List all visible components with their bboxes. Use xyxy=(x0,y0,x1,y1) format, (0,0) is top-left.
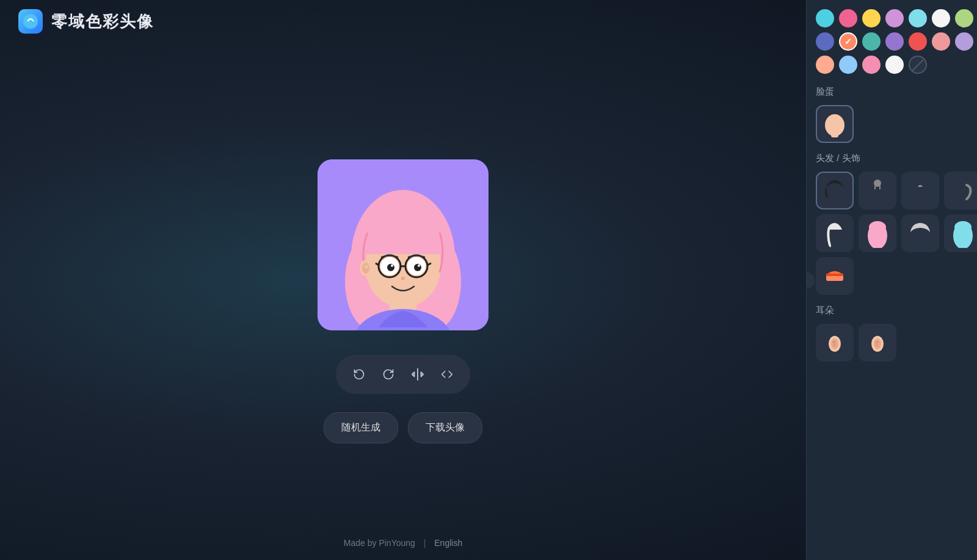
hair-item-9[interactable] xyxy=(816,257,854,295)
ear-section-title: 耳朵 xyxy=(816,305,968,316)
hair-item-3[interactable] xyxy=(901,172,939,209)
svg-rect-24 xyxy=(831,133,838,137)
color-dot-0[interactable] xyxy=(816,9,834,27)
hair-items-grid xyxy=(816,172,968,295)
ear-items-grid: T T xyxy=(816,324,968,362)
color-dot-9[interactable] xyxy=(862,32,881,51)
action-toolbar xyxy=(336,355,470,394)
code-button[interactable] xyxy=(434,361,460,388)
right-panel: › 脸蛋 头发 / 头饰 xyxy=(806,0,977,560)
color-dot-11[interactable] xyxy=(909,32,927,51)
color-dot-18[interactable] xyxy=(909,56,927,74)
svg-text:T: T xyxy=(832,341,836,347)
download-button[interactable]: 下载头像 xyxy=(408,412,482,443)
svg-point-20 xyxy=(391,264,393,267)
face-item-1[interactable] xyxy=(816,105,854,143)
svg-point-0 xyxy=(23,14,38,29)
svg-point-18 xyxy=(387,264,394,271)
main-content: 随机生成 下载头像 xyxy=(0,43,806,560)
undo-button[interactable] xyxy=(346,361,372,388)
app-title: 零域色彩头像 xyxy=(51,11,154,32)
expand-panel-button[interactable]: › xyxy=(806,272,815,289)
footer-divider: | xyxy=(424,538,426,548)
color-dot-14[interactable] xyxy=(816,56,834,74)
hair-item-8[interactable] xyxy=(944,214,977,252)
color-dot-3[interactable] xyxy=(885,9,904,27)
svg-point-22 xyxy=(401,277,405,280)
svg-point-19 xyxy=(414,264,421,271)
ear-item-2[interactable]: T xyxy=(859,324,896,362)
color-dot-1[interactable] xyxy=(839,9,857,27)
color-dot-12[interactable] xyxy=(932,32,950,51)
color-dot-4[interactable] xyxy=(909,9,927,27)
mirror-button[interactable] xyxy=(404,361,431,388)
language-link[interactable]: English xyxy=(434,538,462,548)
color-dot-15[interactable] xyxy=(839,56,857,74)
random-button[interactable]: 随机生成 xyxy=(324,412,398,443)
bottom-buttons: 随机生成 下载头像 xyxy=(324,412,482,443)
avatar-preview xyxy=(318,159,488,330)
hair-item-6[interactable] xyxy=(859,214,896,252)
hair-item-4[interactable] xyxy=(944,172,977,209)
hair-item-1[interactable] xyxy=(816,172,854,209)
svg-rect-33 xyxy=(826,274,843,276)
color-dot-16[interactable] xyxy=(862,56,881,74)
redo-button[interactable] xyxy=(375,361,402,388)
face-section-title: 脸蛋 xyxy=(816,86,968,98)
avatar-svg xyxy=(318,159,488,330)
made-by-text: Made by PinYoung xyxy=(344,538,415,548)
color-dot-6[interactable] xyxy=(955,9,973,27)
color-dot-7[interactable] xyxy=(816,32,834,51)
svg-point-21 xyxy=(418,264,420,267)
footer: Made by PinYoung | English xyxy=(0,538,806,548)
hair-item-2[interactable] xyxy=(859,172,896,209)
hair-item-7[interactable] xyxy=(901,214,939,252)
color-dot-8[interactable] xyxy=(839,32,857,51)
color-dot-5[interactable] xyxy=(932,9,950,27)
color-dot-13[interactable] xyxy=(955,32,973,51)
app-logo-icon xyxy=(18,9,43,34)
svg-point-29 xyxy=(869,221,886,233)
logo-area: 零域色彩头像 xyxy=(18,9,154,34)
svg-point-10 xyxy=(365,265,368,269)
svg-point-31 xyxy=(954,221,972,233)
color-dot-2[interactable] xyxy=(862,9,881,27)
svg-text:T: T xyxy=(875,341,879,347)
color-dot-17[interactable] xyxy=(885,56,904,74)
face-items-grid xyxy=(816,105,968,143)
color-dot-10[interactable] xyxy=(885,32,904,51)
hair-section-title: 头发 / 头饰 xyxy=(816,153,968,164)
color-palette xyxy=(816,9,968,74)
hair-item-5[interactable] xyxy=(816,214,854,252)
ear-item-1[interactable]: T xyxy=(816,324,854,362)
